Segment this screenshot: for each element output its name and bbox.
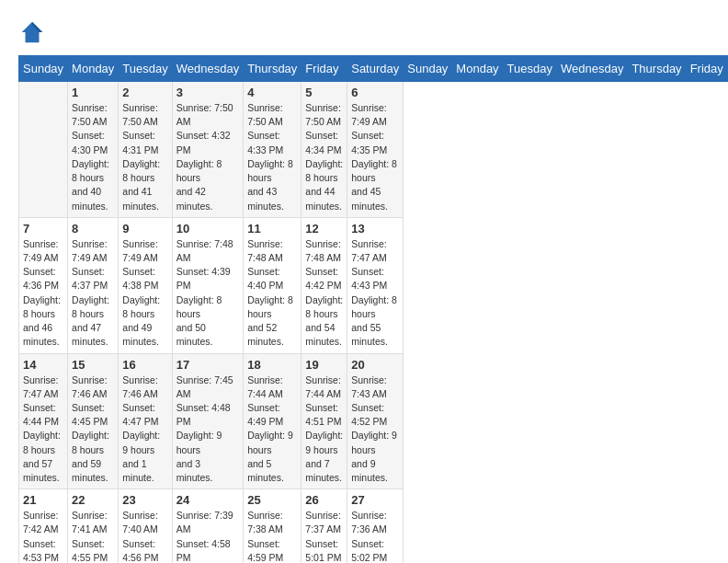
day-cell: 10Sunrise: 7:48 AMSunset: 4:39 PMDayligh…	[172, 217, 243, 353]
header-wednesday: Wednesday	[557, 56, 628, 82]
day-number: 21	[23, 493, 63, 507]
day-number: 22	[72, 493, 114, 507]
day-info: Sunrise: 7:50 AMSunset: 4:33 PMDaylight:…	[247, 101, 297, 213]
header-thursday: Thursday	[244, 56, 301, 82]
day-cell: 15Sunrise: 7:46 AMSunset: 4:45 PMDayligh…	[68, 353, 119, 489]
day-cell: 1Sunrise: 7:50 AMSunset: 4:30 PMDaylight…	[68, 82, 119, 218]
day-number: 14	[23, 358, 63, 372]
day-info: Sunrise: 7:46 AMSunset: 4:45 PMDaylight:…	[72, 373, 114, 486]
header-friday: Friday	[686, 56, 727, 82]
day-cell: 4Sunrise: 7:50 AMSunset: 4:33 PMDaylight…	[244, 82, 301, 218]
day-cell: 19Sunrise: 7:44 AMSunset: 4:51 PMDayligh…	[301, 353, 347, 489]
day-cell: 22Sunrise: 7:41 AMSunset: 4:55 PMDayligh…	[68, 489, 119, 563]
day-info: Sunrise: 7:45 AMSunset: 4:48 PMDaylight:…	[176, 373, 239, 486]
day-cell: 11Sunrise: 7:48 AMSunset: 4:40 PMDayligh…	[244, 217, 301, 353]
day-number: 24	[176, 493, 239, 507]
day-number: 12	[305, 222, 343, 236]
day-number: 25	[247, 493, 297, 507]
day-cell: 6Sunrise: 7:49 AMSunset: 4:35 PMDaylight…	[347, 82, 404, 218]
day-info: Sunrise: 7:49 AMSunset: 4:35 PMDaylight:…	[351, 101, 399, 213]
day-number: 11	[247, 222, 297, 236]
day-cell: 12Sunrise: 7:48 AMSunset: 4:42 PMDayligh…	[301, 217, 347, 353]
header-monday: Monday	[452, 56, 503, 82]
day-info: Sunrise: 7:46 AMSunset: 4:47 PMDaylight:…	[122, 373, 167, 486]
day-number: 23	[122, 493, 167, 507]
day-number: 2	[122, 86, 167, 99]
week-row-3: 14Sunrise: 7:47 AMSunset: 4:44 PMDayligh…	[19, 353, 729, 489]
header-tuesday: Tuesday	[503, 56, 556, 82]
day-cell: 23Sunrise: 7:40 AMSunset: 4:56 PMDayligh…	[119, 489, 172, 563]
day-number: 8	[72, 222, 114, 236]
day-cell: 18Sunrise: 7:44 AMSunset: 4:49 PMDayligh…	[244, 353, 301, 489]
header-tuesday: Tuesday	[119, 56, 172, 82]
day-info: Sunrise: 7:37 AMSunset: 5:01 PMDaylight:…	[305, 509, 343, 563]
day-cell: 25Sunrise: 7:38 AMSunset: 4:59 PMDayligh…	[244, 489, 301, 563]
day-cell: 24Sunrise: 7:39 AMSunset: 4:58 PMDayligh…	[172, 489, 243, 563]
day-info: Sunrise: 7:49 AMSunset: 4:36 PMDaylight:…	[23, 237, 63, 350]
day-cell: 26Sunrise: 7:37 AMSunset: 5:01 PMDayligh…	[301, 489, 347, 563]
day-info: Sunrise: 7:42 AMSunset: 4:53 PMDaylight:…	[23, 509, 63, 563]
day-number: 10	[176, 222, 239, 236]
day-number: 27	[351, 493, 399, 507]
day-number: 4	[247, 86, 297, 99]
day-info: Sunrise: 7:36 AMSunset: 5:02 PMDaylight:…	[351, 509, 399, 563]
day-number: 5	[305, 86, 343, 99]
day-number: 20	[351, 358, 399, 372]
day-cell: 9Sunrise: 7:49 AMSunset: 4:38 PMDaylight…	[119, 217, 172, 353]
header-wednesday: Wednesday	[172, 56, 243, 82]
day-info: Sunrise: 7:50 AMSunset: 4:34 PMDaylight:…	[305, 101, 343, 213]
day-info: Sunrise: 7:41 AMSunset: 4:55 PMDaylight:…	[72, 509, 114, 563]
day-number: 13	[351, 222, 399, 236]
day-cell: 13Sunrise: 7:47 AMSunset: 4:43 PMDayligh…	[347, 217, 404, 353]
day-number: 1	[72, 86, 114, 99]
day-number: 26	[305, 493, 343, 507]
day-info: Sunrise: 7:48 AMSunset: 4:42 PMDaylight:…	[305, 237, 343, 350]
day-number: 19	[305, 358, 343, 372]
day-info: Sunrise: 7:50 AMSunset: 4:31 PMDaylight:…	[122, 101, 167, 213]
header-saturday: Saturday	[347, 56, 404, 82]
day-info: Sunrise: 7:40 AMSunset: 4:56 PMDaylight:…	[122, 509, 167, 563]
calendar-header-row: SundayMondayTuesdayWednesdayThursdayFrid…	[19, 56, 729, 82]
day-cell: 2Sunrise: 7:50 AMSunset: 4:31 PMDaylight…	[119, 82, 172, 218]
day-info: Sunrise: 7:39 AMSunset: 4:58 PMDaylight:…	[176, 509, 239, 563]
day-cell: 16Sunrise: 7:46 AMSunset: 4:47 PMDayligh…	[119, 353, 172, 489]
week-row-2: 7Sunrise: 7:49 AMSunset: 4:36 PMDaylight…	[19, 217, 729, 353]
logo-icon	[18, 18, 46, 46]
day-info: Sunrise: 7:49 AMSunset: 4:38 PMDaylight:…	[122, 237, 167, 350]
page-header	[18, 18, 710, 46]
day-cell: 7Sunrise: 7:49 AMSunset: 4:36 PMDaylight…	[19, 217, 68, 353]
day-info: Sunrise: 7:48 AMSunset: 4:40 PMDaylight:…	[247, 237, 297, 350]
day-info: Sunrise: 7:47 AMSunset: 4:43 PMDaylight:…	[351, 237, 399, 350]
day-number: 9	[122, 222, 167, 236]
day-number: 3	[176, 86, 239, 99]
day-info: Sunrise: 7:50 AMSunset: 4:32 PMDaylight:…	[176, 101, 239, 213]
header-friday: Friday	[301, 56, 347, 82]
day-cell: 14Sunrise: 7:47 AMSunset: 4:44 PMDayligh…	[19, 353, 68, 489]
day-number: 17	[176, 358, 239, 372]
day-number: 16	[122, 358, 167, 372]
calendar-table: SundayMondayTuesdayWednesdayThursdayFrid…	[18, 55, 728, 563]
header-monday: Monday	[68, 56, 119, 82]
week-row-4: 21Sunrise: 7:42 AMSunset: 4:53 PMDayligh…	[19, 489, 729, 563]
day-cell: 3Sunrise: 7:50 AMSunset: 4:32 PMDaylight…	[172, 82, 243, 218]
day-cell	[19, 82, 68, 218]
header-sunday: Sunday	[19, 56, 68, 82]
day-cell: 5Sunrise: 7:50 AMSunset: 4:34 PMDaylight…	[301, 82, 347, 218]
day-info: Sunrise: 7:48 AMSunset: 4:39 PMDaylight:…	[176, 237, 239, 350]
day-info: Sunrise: 7:38 AMSunset: 4:59 PMDaylight:…	[247, 509, 297, 563]
header-sunday: Sunday	[404, 56, 452, 82]
day-number: 6	[351, 86, 399, 99]
day-number: 18	[247, 358, 297, 372]
day-info: Sunrise: 7:43 AMSunset: 4:52 PMDaylight:…	[351, 373, 399, 486]
day-number: 15	[72, 358, 114, 372]
week-row-1: 1Sunrise: 7:50 AMSunset: 4:30 PMDaylight…	[19, 82, 729, 218]
day-number: 7	[23, 222, 63, 236]
day-info: Sunrise: 7:50 AMSunset: 4:30 PMDaylight:…	[72, 101, 114, 213]
day-info: Sunrise: 7:49 AMSunset: 4:37 PMDaylight:…	[72, 237, 114, 350]
day-info: Sunrise: 7:44 AMSunset: 4:49 PMDaylight:…	[247, 373, 297, 486]
day-cell: 21Sunrise: 7:42 AMSunset: 4:53 PMDayligh…	[19, 489, 68, 563]
day-cell: 17Sunrise: 7:45 AMSunset: 4:48 PMDayligh…	[172, 353, 243, 489]
header-thursday: Thursday	[628, 56, 686, 82]
day-info: Sunrise: 7:44 AMSunset: 4:51 PMDaylight:…	[305, 373, 343, 486]
day-cell: 20Sunrise: 7:43 AMSunset: 4:52 PMDayligh…	[347, 353, 404, 489]
